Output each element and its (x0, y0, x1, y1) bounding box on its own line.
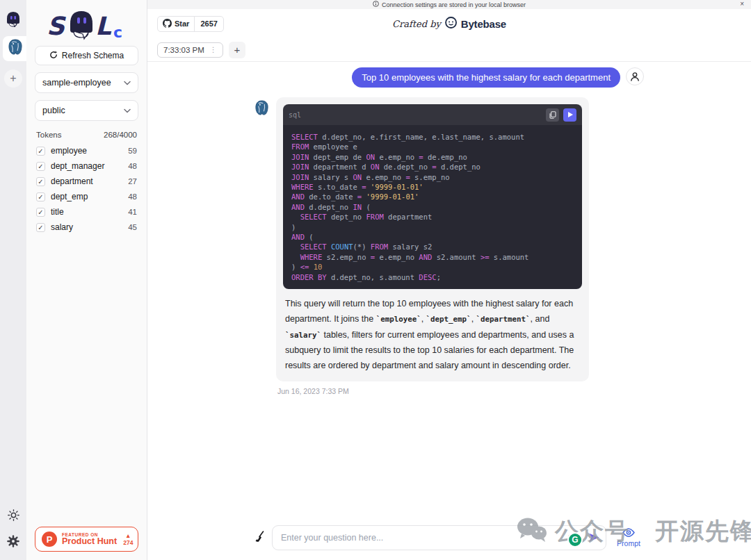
table-name: employee (51, 146, 128, 156)
code-line: FROM employee e (291, 142, 574, 151)
code-line: ORDER BY d.dept_no, s.amount DESC; (291, 272, 574, 282)
table-token-count: 27 (128, 177, 137, 186)
connection-select[interactable]: sample-employee (35, 72, 138, 93)
crafted-by[interactable]: Crafted by Bytebase (392, 17, 506, 31)
run-query-button[interactable] (563, 108, 576, 122)
ph-name-label: Product Hunt (62, 537, 117, 547)
code-line: SELECT COUNT(*) FROM salary s2 (291, 242, 574, 252)
play-icon (568, 112, 573, 117)
prompt-button[interactable]: Prompt (613, 528, 644, 547)
table-name: title (51, 207, 128, 217)
conversation-tab[interactable]: 7:33:03 PM ⋮ (157, 42, 223, 58)
table-row: ✓ dept_manager 48 (35, 160, 138, 172)
table-checkbox[interactable]: ✓ (36, 162, 45, 171)
code-line: ) (291, 222, 574, 232)
conversation-tab-bar: 7:33:03 PM ⋮ + (147, 38, 751, 62)
table-checkbox[interactable]: ✓ (36, 208, 45, 217)
table-row: ✓ salary 45 (35, 221, 138, 233)
code-block-body: SELECT d.dept_no, e.first_name, e.last_n… (283, 125, 582, 289)
connection-banner: Connection settings are stored in your l… (147, 0, 751, 9)
code-line: AND ( (291, 232, 574, 242)
refresh-schema-button[interactable]: Refresh Schema (35, 46, 138, 65)
code-line: SELECT dept_no FROM department (291, 212, 574, 222)
code-line: JOIN department d ON de.dept_no = d.dept… (291, 162, 574, 172)
upvote-count: 274 (123, 539, 133, 546)
bytebase-brand-label: Bytebase (461, 18, 506, 30)
refresh-icon (49, 51, 58, 61)
connection-select-value: sample-employee (42, 78, 111, 88)
tokens-row: Tokens 268/4000 (36, 131, 137, 139)
schema-select[interactable]: public (35, 100, 138, 121)
svg-text:L: L (95, 12, 112, 40)
table-checkbox[interactable]: ✓ (36, 177, 45, 186)
product-hunt-badge[interactable]: P FEATURED ON Product Hunt ▲ 274 (35, 527, 138, 552)
svg-text:c: c (113, 24, 122, 40)
crafted-by-label: Crafted by (392, 19, 441, 29)
table-token-count: 48 (128, 162, 137, 170)
code-line: SELECT d.dept_no, e.first_name, e.last_n… (291, 132, 574, 142)
banner-close-icon[interactable]: × (740, 0, 744, 8)
schema-select-value: public (42, 106, 65, 115)
table-name: dept_manager (51, 161, 128, 171)
table-name: dept_emp (51, 192, 128, 201)
prompt-label: Prompt (617, 539, 640, 547)
table-token-count: 41 (128, 208, 137, 216)
main-header: Star 2657 Crafted by Bytebase (147, 9, 751, 38)
message-timestamp: Jun 16, 2023 7:33 PM (276, 387, 589, 395)
upvote-icon: ▲ (125, 532, 131, 539)
rail-bot-avatar[interactable] (1, 8, 25, 33)
main-panel: Connection settings are stored in your l… (147, 0, 751, 560)
postgresql-icon (8, 39, 23, 58)
send-button[interactable] (588, 532, 600, 546)
clear-conversation-broom-icon[interactable] (255, 531, 265, 545)
conversation-tab-label: 7:33:03 PM (163, 46, 204, 54)
code-line: AND de.to_date = '9999-01-01' (291, 192, 574, 201)
table-token-count: 45 (128, 223, 137, 231)
robot-avatar-icon (5, 10, 22, 31)
table-checkbox[interactable]: ✓ (36, 147, 45, 156)
question-input[interactable] (272, 525, 606, 550)
product-hunt-text: FEATURED ON Product Hunt (62, 532, 117, 547)
tab-menu-icon[interactable]: ⋮ (210, 46, 217, 53)
table-name: salary (51, 222, 128, 232)
table-row: ✓ department 27 (35, 175, 138, 188)
github-octocat-icon (163, 19, 172, 29)
product-hunt-upvotes: ▲ 274 (123, 532, 133, 546)
user-avatar[interactable] (626, 67, 644, 85)
star-count: 2657 (194, 17, 223, 31)
table-token-count: 59 (128, 147, 137, 155)
code-line: JOIN salary s ON e.emp_no = s.emp_no (291, 172, 574, 182)
copy-code-button[interactable] (546, 108, 559, 122)
rail-add-connection-button[interactable]: + (4, 69, 22, 88)
sql-chat-app: + (0, 0, 751, 560)
tokens-value: 268/4000 (104, 131, 137, 139)
chevron-down-icon (124, 78, 131, 88)
bytebase-logo-icon (445, 17, 457, 31)
info-icon (373, 1, 379, 8)
table-name: department (51, 176, 128, 186)
table-row: ✓ title 41 (35, 206, 138, 218)
user-message-row: Top 10 employees with the highest salary… (255, 67, 644, 88)
schema-sidebar: S L c Refresh Schema sample-employee (26, 0, 147, 560)
rail-postgres-connection[interactable] (3, 36, 28, 61)
code-line: JOIN dept_emp de ON e.emp_no = de.emp_no (291, 152, 574, 162)
github-star-badge[interactable]: Star 2657 (157, 16, 224, 32)
svg-text:S: S (47, 12, 66, 40)
code-line: AND d.dept_no IN ( (291, 202, 574, 212)
composer: Prompt (147, 525, 751, 560)
theme-toggle-sun-icon[interactable] (8, 509, 19, 524)
banner-text: Connection settings are stored in your l… (382, 1, 526, 8)
assistant-message-row: sql (255, 97, 644, 395)
conversation-rail: + (0, 0, 26, 560)
table-checkbox[interactable]: ✓ (36, 223, 45, 232)
settings-gear-icon[interactable] (7, 535, 19, 550)
table-checkbox[interactable]: ✓ (36, 192, 45, 201)
table-list: ✓ employee 59 ✓ dept_manager 48 ✓ depart… (35, 145, 138, 233)
code-line: WHERE s2.emp_no = e.emp_no AND s2.amount… (291, 252, 574, 262)
table-token-count: 48 (128, 192, 137, 201)
tokens-label: Tokens (36, 131, 61, 139)
code-block-header: sql (283, 104, 582, 125)
new-conversation-button[interactable]: + (229, 42, 245, 58)
assistant-explanation: This query will return the top 10 employ… (283, 289, 582, 374)
table-row: ✓ dept_emp 48 (35, 190, 138, 203)
